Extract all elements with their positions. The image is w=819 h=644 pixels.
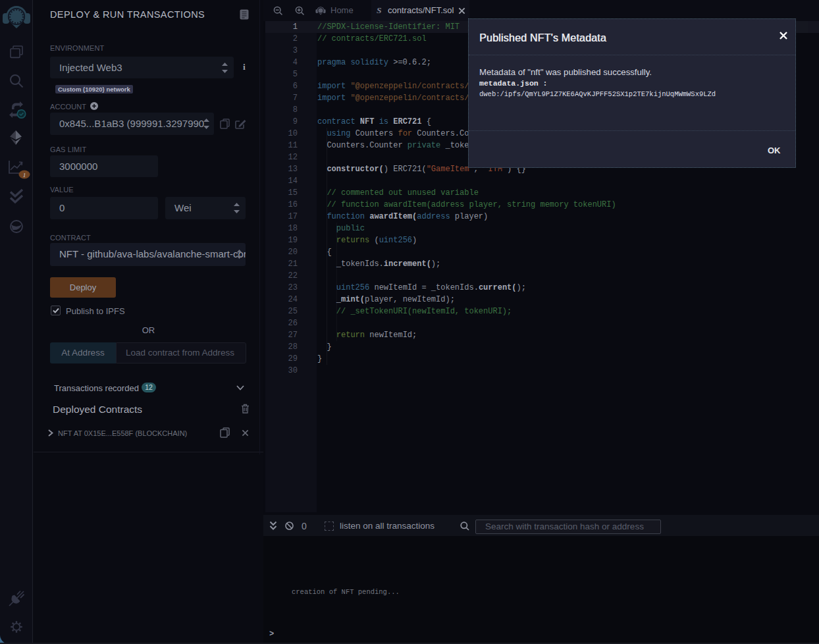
svg-text:1: 1: [23, 172, 26, 178]
